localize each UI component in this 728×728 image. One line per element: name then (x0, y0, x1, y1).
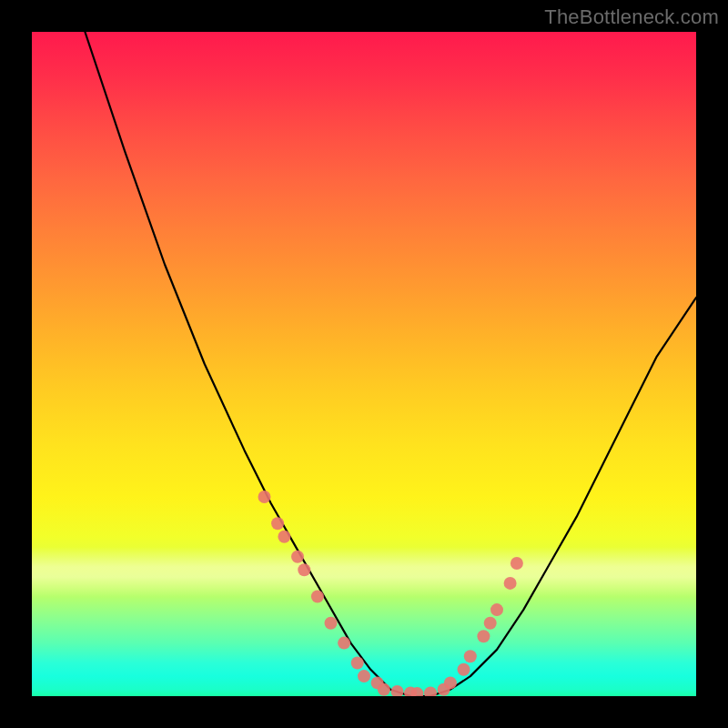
red-dot (378, 683, 390, 696)
red-dot (338, 637, 350, 650)
red-dot (464, 650, 477, 662)
red-dot (278, 531, 290, 543)
red-dots (258, 490, 523, 696)
red-dot (490, 603, 503, 616)
red-dot (511, 557, 523, 570)
curve-layer (32, 32, 696, 696)
black-curve-path (85, 32, 696, 696)
black-curve (85, 32, 696, 696)
red-dot (484, 617, 497, 630)
watermark-text: TheBottleneck.com (544, 5, 719, 29)
red-dot (477, 630, 490, 642)
red-dot (458, 663, 470, 676)
red-dot (298, 563, 310, 576)
red-dot (325, 617, 338, 630)
red-dot (358, 670, 370, 682)
red-dot (424, 686, 437, 696)
red-dot (291, 551, 304, 563)
red-dot (351, 657, 364, 670)
red-dot (258, 490, 271, 503)
red-dot (271, 517, 284, 530)
red-dot (504, 577, 517, 590)
chart-frame: TheBottleneck.com (0, 0, 728, 728)
red-dot (391, 685, 404, 696)
red-dot (311, 591, 324, 603)
red-dot (444, 676, 457, 689)
plot-area (32, 32, 696, 696)
